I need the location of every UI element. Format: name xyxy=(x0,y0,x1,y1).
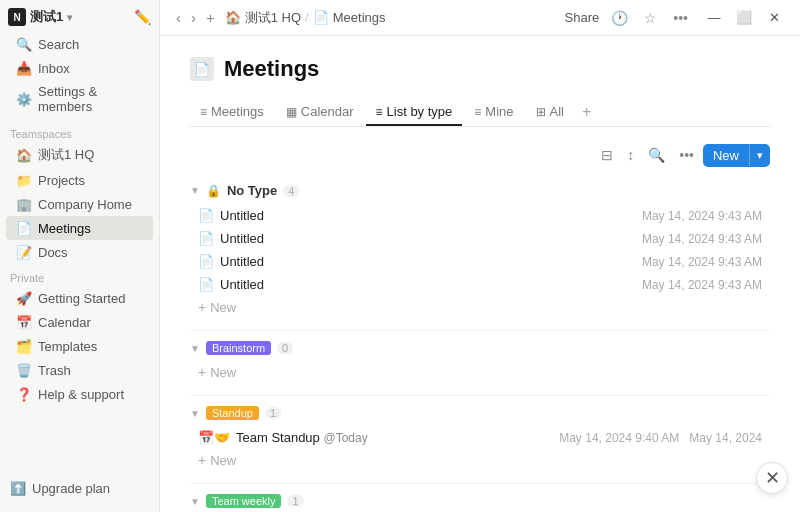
row-dates: May 14, 2024 9:43 AM xyxy=(642,255,762,269)
sidebar-item-help[interactable]: ❓ Help & support xyxy=(6,382,153,406)
topbar-nav: ‹ › + xyxy=(172,7,219,28)
row-dates: May 14, 2024 9:43 AM xyxy=(642,232,762,246)
sidebar-item-settings[interactable]: ⚙️ Settings & members xyxy=(6,80,153,118)
row-icon: 📅🤝 xyxy=(198,430,230,445)
teamweekly-tag: Team weekly xyxy=(206,494,282,508)
sidebar-item-docs[interactable]: 📝 Docs xyxy=(6,240,153,264)
sort-button[interactable]: ↕ xyxy=(622,143,639,167)
sidebar-item-meetings[interactable]: 📄 Meetings xyxy=(6,216,153,240)
tab-meetings[interactable]: ≡ Meetings xyxy=(190,99,274,126)
tab-all[interactable]: ⊞ All xyxy=(526,99,574,126)
edit-icon[interactable]: ✏️ xyxy=(134,9,151,25)
add-new-row-standup[interactable]: + New xyxy=(190,449,770,471)
content-area: 📄 Meetings ≡ Meetings ▦ Calendar ≡ List … xyxy=(160,36,800,512)
sidebar-item-templates[interactable]: 🗂️ Templates xyxy=(6,334,153,358)
topbar: ‹ › + 🏠 测试1 HQ / 📄 Meetings Share 🕐 ☆ ••… xyxy=(160,0,800,36)
fab-icon: ✕ xyxy=(765,467,780,489)
sidebar-item-search[interactable]: 🔍 Search xyxy=(6,32,153,56)
meetings-icon: 📄 xyxy=(16,220,32,236)
help-icon: ❓ xyxy=(16,386,32,402)
maximize-button[interactable]: ⬜ xyxy=(730,4,758,32)
tab-listbytype-icon: ≡ xyxy=(376,105,383,119)
sidebar-item-inbox[interactable]: 📥 Inbox xyxy=(6,56,153,80)
sidebar-item-company[interactable]: 🏢 Company Home xyxy=(6,192,153,216)
sidebar-bottom: ⬆️ Upgrade plan xyxy=(0,469,159,512)
breadcrumb-meetings[interactable]: Meetings xyxy=(333,10,386,25)
company-icon: 🏢 xyxy=(16,196,32,212)
row-icon: 📄 xyxy=(198,277,214,292)
tab-mine[interactable]: ≡ Mine xyxy=(464,99,523,126)
more-icon-button[interactable]: ••• xyxy=(669,8,692,28)
list-toolbar: ⊟ ↕ 🔍 ••• New ▾ xyxy=(190,143,770,167)
sidebar-item-projects[interactable]: 📁 Projects xyxy=(6,168,153,192)
breadcrumb-hq[interactable]: 测试1 HQ xyxy=(245,9,301,27)
add-icon: + xyxy=(198,452,206,468)
add-new-row-brainstorm[interactable]: + New xyxy=(190,361,770,383)
section-chevron-no-type: ▼ xyxy=(190,185,200,196)
tab-mine-icon: ≡ xyxy=(474,105,481,119)
sidebar-item-calendar[interactable]: 📅 Calendar xyxy=(6,310,153,334)
section-chevron-brainstorm: ▼ xyxy=(190,343,200,354)
star-icon-button[interactable]: ☆ xyxy=(640,8,661,28)
back-button[interactable]: ‹ xyxy=(172,7,185,28)
breadcrumb-hq-icon: 🏠 xyxy=(225,10,241,25)
sidebar-item-hq[interactable]: 🏠 测试1 HQ xyxy=(6,142,153,168)
sidebar-top: N 测试1 ▾ ✏️ xyxy=(0,0,159,30)
upgrade-icon: ⬆️ xyxy=(10,481,26,496)
forward-button[interactable]: › xyxy=(187,7,200,28)
upgrade-button[interactable]: ⬆️ Upgrade plan xyxy=(10,477,149,500)
add-new-row-no-type[interactable]: + New xyxy=(190,296,770,318)
search-icon: 🔍 xyxy=(16,36,32,52)
workspace-name[interactable]: N 测试1 ▾ xyxy=(8,8,72,26)
standup-tag: Standup xyxy=(206,406,259,420)
settings-icon: ⚙️ xyxy=(16,91,32,107)
workspace-icon: N xyxy=(8,8,26,26)
close-button[interactable]: ✕ xyxy=(760,4,788,32)
table-row[interactable]: 📄 Untitled May 14, 2024 9:43 AM xyxy=(190,227,770,250)
section-header-standup[interactable]: ▼ Standup 1 xyxy=(190,402,770,424)
table-row[interactable]: 📅🤝 Team Standup @Today May 14, 2024 9:40… xyxy=(190,426,770,449)
section-brainstorm: ▼ Brainstorm 0 + New xyxy=(190,337,770,383)
inbox-icon: 📥 xyxy=(16,60,32,76)
topbar-right: Share 🕐 ☆ ••• — ⬜ ✕ xyxy=(565,4,788,32)
add-page-button[interactable]: + xyxy=(202,7,219,28)
page-title-row: 📄 Meetings xyxy=(190,56,770,82)
teamspaces-label: Teamspaces xyxy=(0,120,159,142)
hq-icon: 🏠 xyxy=(16,147,32,163)
tab-listbytype[interactable]: ≡ List by type xyxy=(366,99,463,126)
tab-all-icon: ⊞ xyxy=(536,105,546,119)
section-header-brainstorm[interactable]: ▼ Brainstorm 0 xyxy=(190,337,770,359)
table-row[interactable]: 📄 Untitled May 14, 2024 9:43 AM xyxy=(190,204,770,227)
section-header-no-type[interactable]: ▼ 🔒 No Type 4 xyxy=(190,179,770,202)
minimize-button[interactable]: — xyxy=(700,4,728,32)
clock-icon-button[interactable]: 🕐 xyxy=(607,8,632,28)
fab-button[interactable]: ✕ xyxy=(756,462,788,494)
section-standup: ▼ Standup 1 📅🤝 Team Standup @Today May 1… xyxy=(190,402,770,471)
more-options-button[interactable]: ••• xyxy=(674,143,699,167)
search-button[interactable]: 🔍 xyxy=(643,143,670,167)
breadcrumb-meetings-icon: 📄 xyxy=(313,10,329,25)
tab-add-button[interactable]: + xyxy=(576,98,597,126)
projects-icon: 📁 xyxy=(16,172,32,188)
row-dates: May 14, 2024 9:43 AM xyxy=(642,278,762,292)
section-chevron-standup: ▼ xyxy=(190,408,200,419)
brainstorm-tag: Brainstorm xyxy=(206,341,271,355)
filter-button[interactable]: ⊟ xyxy=(596,143,618,167)
section-no-type: ▼ 🔒 No Type 4 📄 Untitled May 14, 2024 9:… xyxy=(190,179,770,318)
tab-calendar[interactable]: ▦ Calendar xyxy=(276,99,364,126)
templates-icon: 🗂️ xyxy=(16,338,32,354)
section-header-team-weekly[interactable]: ▼ Team weekly 1 xyxy=(190,490,770,512)
breadcrumb-sep: / xyxy=(305,10,309,25)
section-team-weekly: ▼ Team weekly 1 📅 Team Weekly @Yesterday… xyxy=(190,490,770,512)
new-button[interactable]: New ▾ xyxy=(703,144,770,167)
getting-started-icon: 🚀 xyxy=(16,290,32,306)
new-button-arrow[interactable]: ▾ xyxy=(749,145,770,166)
add-icon: + xyxy=(198,299,206,315)
share-button[interactable]: Share xyxy=(565,10,600,25)
sidebar-item-getting-started[interactable]: 🚀 Getting Started xyxy=(6,286,153,310)
window-controls: — ⬜ ✕ xyxy=(700,4,788,32)
workspace-chevron: ▾ xyxy=(67,12,72,23)
table-row[interactable]: 📄 Untitled May 14, 2024 9:43 AM xyxy=(190,273,770,296)
sidebar-item-trash[interactable]: 🗑️ Trash xyxy=(6,358,153,382)
table-row[interactable]: 📄 Untitled May 14, 2024 9:43 AM xyxy=(190,250,770,273)
